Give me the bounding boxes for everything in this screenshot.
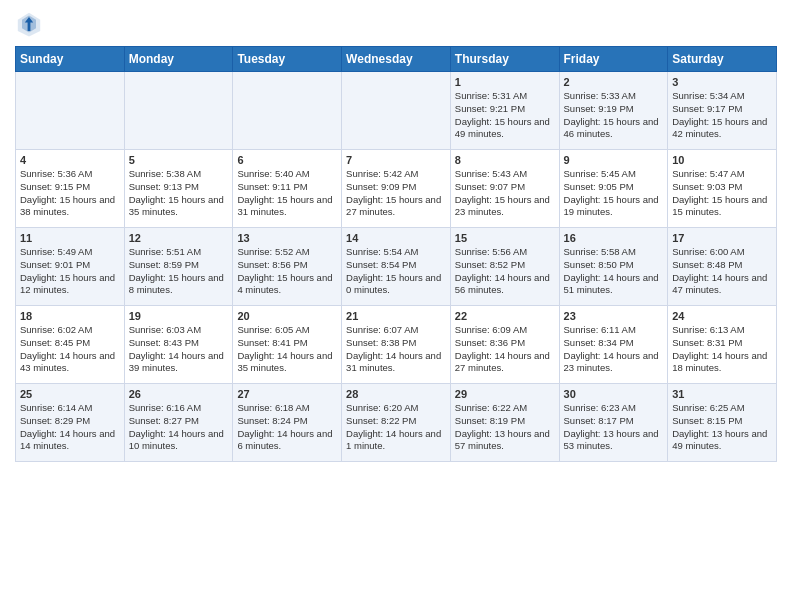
calendar-cell: 28Sunrise: 6:20 AMSunset: 8:22 PMDayligh…: [342, 384, 451, 462]
day-info: Sunrise: 5:47 AM: [672, 168, 772, 181]
day-info: Sunrise: 5:36 AM: [20, 168, 120, 181]
day-info: Daylight: 14 hours and 1 minute.: [346, 428, 446, 454]
day-info: Daylight: 14 hours and 43 minutes.: [20, 350, 120, 376]
day-info: Sunset: 8:38 PM: [346, 337, 446, 350]
day-number: 22: [455, 310, 555, 322]
day-info: Daylight: 13 hours and 57 minutes.: [455, 428, 555, 454]
day-info: Daylight: 15 hours and 27 minutes.: [346, 194, 446, 220]
day-info: Sunset: 8:54 PM: [346, 259, 446, 272]
calendar-cell: 21Sunrise: 6:07 AMSunset: 8:38 PMDayligh…: [342, 306, 451, 384]
day-number: 10: [672, 154, 772, 166]
calendar-cell: 2Sunrise: 5:33 AMSunset: 9:19 PMDaylight…: [559, 72, 668, 150]
day-number: 1: [455, 76, 555, 88]
day-info: Daylight: 14 hours and 18 minutes.: [672, 350, 772, 376]
day-info: Daylight: 15 hours and 15 minutes.: [672, 194, 772, 220]
day-info: Sunrise: 5:38 AM: [129, 168, 229, 181]
day-info: Daylight: 15 hours and 19 minutes.: [564, 194, 664, 220]
day-info: Sunrise: 5:31 AM: [455, 90, 555, 103]
calendar-cell: 18Sunrise: 6:02 AMSunset: 8:45 PMDayligh…: [16, 306, 125, 384]
calendar-cell: 29Sunrise: 6:22 AMSunset: 8:19 PMDayligh…: [450, 384, 559, 462]
day-number: 11: [20, 232, 120, 244]
calendar-cell: 14Sunrise: 5:54 AMSunset: 8:54 PMDayligh…: [342, 228, 451, 306]
day-number: 5: [129, 154, 229, 166]
calendar-cell: 10Sunrise: 5:47 AMSunset: 9:03 PMDayligh…: [668, 150, 777, 228]
day-info: Sunrise: 6:05 AM: [237, 324, 337, 337]
calendar-cell: 20Sunrise: 6:05 AMSunset: 8:41 PMDayligh…: [233, 306, 342, 384]
week-row-3: 11Sunrise: 5:49 AMSunset: 9:01 PMDayligh…: [16, 228, 777, 306]
day-info: Sunset: 9:01 PM: [20, 259, 120, 272]
calendar-cell: 31Sunrise: 6:25 AMSunset: 8:15 PMDayligh…: [668, 384, 777, 462]
calendar-cell: 16Sunrise: 5:58 AMSunset: 8:50 PMDayligh…: [559, 228, 668, 306]
day-number: 21: [346, 310, 446, 322]
day-info: Daylight: 13 hours and 53 minutes.: [564, 428, 664, 454]
day-info: Sunrise: 6:07 AM: [346, 324, 446, 337]
day-info: Sunrise: 5:58 AM: [564, 246, 664, 259]
calendar-cell: 3Sunrise: 5:34 AMSunset: 9:17 PMDaylight…: [668, 72, 777, 150]
day-info: Sunrise: 5:51 AM: [129, 246, 229, 259]
day-info: Daylight: 15 hours and 35 minutes.: [129, 194, 229, 220]
day-info: Daylight: 15 hours and 42 minutes.: [672, 116, 772, 142]
day-info: Sunset: 8:50 PM: [564, 259, 664, 272]
calendar-cell: 12Sunrise: 5:51 AMSunset: 8:59 PMDayligh…: [124, 228, 233, 306]
day-info: Sunrise: 6:22 AM: [455, 402, 555, 415]
calendar-cell: 22Sunrise: 6:09 AMSunset: 8:36 PMDayligh…: [450, 306, 559, 384]
col-header-tuesday: Tuesday: [233, 47, 342, 72]
day-number: 28: [346, 388, 446, 400]
day-info: Daylight: 14 hours and 10 minutes.: [129, 428, 229, 454]
calendar-cell: [342, 72, 451, 150]
calendar-cell: 30Sunrise: 6:23 AMSunset: 8:17 PMDayligh…: [559, 384, 668, 462]
day-info: Daylight: 14 hours and 39 minutes.: [129, 350, 229, 376]
day-info: Sunrise: 5:33 AM: [564, 90, 664, 103]
day-info: Sunset: 8:17 PM: [564, 415, 664, 428]
day-info: Sunset: 8:15 PM: [672, 415, 772, 428]
day-info: Sunset: 8:45 PM: [20, 337, 120, 350]
calendar-cell: [124, 72, 233, 150]
day-info: Sunrise: 6:13 AM: [672, 324, 772, 337]
day-info: Sunset: 9:07 PM: [455, 181, 555, 194]
day-number: 3: [672, 76, 772, 88]
day-info: Daylight: 15 hours and 0 minutes.: [346, 272, 446, 298]
calendar-cell: 6Sunrise: 5:40 AMSunset: 9:11 PMDaylight…: [233, 150, 342, 228]
day-number: 17: [672, 232, 772, 244]
day-info: Sunrise: 6:23 AM: [564, 402, 664, 415]
day-info: Daylight: 14 hours and 56 minutes.: [455, 272, 555, 298]
day-number: 26: [129, 388, 229, 400]
day-number: 29: [455, 388, 555, 400]
day-info: Sunrise: 5:52 AM: [237, 246, 337, 259]
logo-icon: [15, 10, 43, 38]
day-info: Daylight: 15 hours and 4 minutes.: [237, 272, 337, 298]
calendar-cell: [233, 72, 342, 150]
day-info: Daylight: 14 hours and 23 minutes.: [564, 350, 664, 376]
day-info: Sunrise: 6:14 AM: [20, 402, 120, 415]
col-header-thursday: Thursday: [450, 47, 559, 72]
day-number: 23: [564, 310, 664, 322]
day-info: Daylight: 13 hours and 49 minutes.: [672, 428, 772, 454]
day-info: Daylight: 14 hours and 14 minutes.: [20, 428, 120, 454]
day-info: Sunset: 8:52 PM: [455, 259, 555, 272]
day-info: Sunrise: 6:20 AM: [346, 402, 446, 415]
day-info: Sunset: 9:13 PM: [129, 181, 229, 194]
day-number: 7: [346, 154, 446, 166]
day-info: Sunset: 8:31 PM: [672, 337, 772, 350]
day-info: Sunrise: 5:42 AM: [346, 168, 446, 181]
col-header-monday: Monday: [124, 47, 233, 72]
day-info: Daylight: 14 hours and 47 minutes.: [672, 272, 772, 298]
col-header-wednesday: Wednesday: [342, 47, 451, 72]
day-info: Daylight: 15 hours and 31 minutes.: [237, 194, 337, 220]
calendar-cell: 8Sunrise: 5:43 AMSunset: 9:07 PMDaylight…: [450, 150, 559, 228]
day-number: 20: [237, 310, 337, 322]
calendar-table: SundayMondayTuesdayWednesdayThursdayFrid…: [15, 46, 777, 462]
day-info: Sunset: 8:22 PM: [346, 415, 446, 428]
day-info: Sunset: 8:19 PM: [455, 415, 555, 428]
day-info: Sunrise: 6:09 AM: [455, 324, 555, 337]
day-number: 13: [237, 232, 337, 244]
day-number: 15: [455, 232, 555, 244]
day-info: Daylight: 14 hours and 31 minutes.: [346, 350, 446, 376]
day-info: Sunset: 8:27 PM: [129, 415, 229, 428]
day-info: Sunrise: 5:54 AM: [346, 246, 446, 259]
day-info: Sunset: 8:29 PM: [20, 415, 120, 428]
calendar-cell: 5Sunrise: 5:38 AMSunset: 9:13 PMDaylight…: [124, 150, 233, 228]
day-info: Sunrise: 5:34 AM: [672, 90, 772, 103]
col-header-sunday: Sunday: [16, 47, 125, 72]
header: [15, 10, 777, 38]
